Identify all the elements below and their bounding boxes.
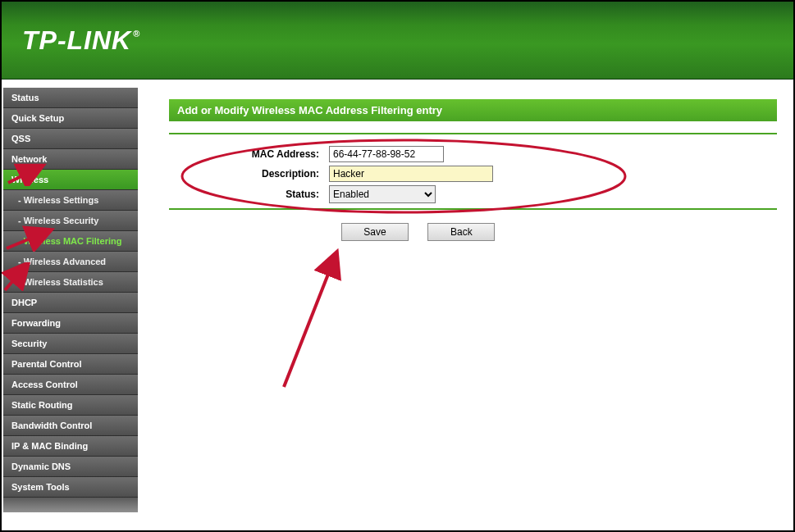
sidebar-item-system-tools[interactable]: System Tools [3, 477, 138, 498]
row-status: Status: Enabled [169, 185, 777, 203]
content-area: Add or Modify Wireless MAC Address Filte… [136, 80, 793, 530]
sidebar-item-wireless-statistics[interactable]: - Wireless Statistics [3, 272, 138, 293]
sidebar-item-qss[interactable]: QSS [3, 129, 138, 149]
separator [169, 133, 777, 134]
sidebar-item-ip-mac-binding[interactable]: IP & MAC Binding [3, 436, 138, 457]
label-status: Status: [169, 189, 329, 200]
row-mac: MAC Address: [169, 146, 777, 162]
save-button[interactable]: Save [341, 223, 409, 241]
back-button[interactable]: Back [427, 223, 495, 241]
brand-logo: TP-LINK® [22, 25, 140, 56]
brand-text: TP-LINK [22, 25, 131, 56]
sidebar-item-quick-setup[interactable]: Quick Setup [3, 108, 138, 129]
mac-address-input[interactable] [329, 146, 444, 162]
description-input[interactable] [329, 166, 493, 182]
status-select[interactable]: Enabled [329, 185, 436, 203]
sidebar-item-security[interactable]: Security [3, 334, 138, 354]
nav-list: StatusQuick SetupQSSNetworkWireless- Wir… [3, 88, 138, 512]
annotation-arrow-save [276, 248, 350, 395]
sidebar-item-wireless-security[interactable]: - Wireless Security [3, 211, 138, 231]
sidebar-item-status[interactable]: Status [3, 88, 138, 108]
sidebar-item-wireless-settings[interactable]: - Wireless Settings [3, 190, 138, 211]
sidebar-item-wireless-mac-filtering[interactable]: - Wireless MAC Filtering [3, 231, 138, 252]
sidebar-item-wireless[interactable]: Wireless [3, 170, 138, 190]
header: TP-LINK® [2, 2, 793, 80]
separator [169, 208, 777, 210]
sidebar-item-network[interactable]: Network [3, 149, 138, 170]
sidebar-item-access-control[interactable]: Access Control [3, 375, 138, 395]
button-row: Save Back [169, 223, 777, 241]
registered-mark: ® [133, 29, 140, 39]
svg-line-1 [284, 257, 335, 387]
sidebar-item-dynamic-dns[interactable]: Dynamic DNS [3, 457, 138, 477]
sidebar-tail [3, 498, 138, 512]
label-mac: MAC Address: [169, 148, 329, 160]
row-description: Description: [169, 166, 777, 182]
sidebar: StatusQuick SetupQSSNetworkWireless- Wir… [2, 80, 136, 530]
page-title: Add or Modify Wireless MAC Address Filte… [169, 99, 777, 121]
sidebar-item-bandwidth-control[interactable]: Bandwidth Control [3, 416, 138, 436]
sidebar-item-dhcp[interactable]: DHCP [3, 293, 138, 313]
label-description: Description: [169, 168, 329, 180]
sidebar-item-parental-control[interactable]: Parental Control [3, 354, 138, 375]
sidebar-item-wireless-advanced[interactable]: - Wireless Advanced [3, 252, 138, 272]
sidebar-item-static-routing[interactable]: Static Routing [3, 395, 138, 416]
sidebar-item-forwarding[interactable]: Forwarding [3, 313, 138, 334]
